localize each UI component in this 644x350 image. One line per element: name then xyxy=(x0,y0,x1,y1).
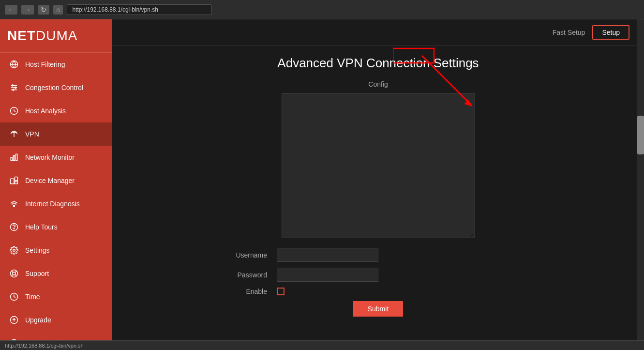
config-textarea[interactable] xyxy=(282,93,475,238)
forward-button[interactable]: → xyxy=(21,5,34,15)
sidebar-item-device-manager[interactable]: Device Manager xyxy=(0,169,112,192)
username-row: Username xyxy=(132,248,625,262)
username-label: Username xyxy=(209,251,277,259)
setup-button[interactable]: Setup xyxy=(592,25,629,40)
svg-rect-9 xyxy=(11,157,12,161)
sidebar-label-host-filtering: Host Filtering xyxy=(25,61,65,68)
globe-icon xyxy=(9,59,19,70)
sidebar-label-host-analysis: Host Analysis xyxy=(25,107,66,115)
svg-rect-10 xyxy=(14,155,15,161)
logo-net: NET xyxy=(7,28,36,43)
upgrade-icon xyxy=(9,315,19,325)
enable-row: Enable xyxy=(132,288,625,295)
page-title: Advanced VPN Connection Settings xyxy=(132,56,625,71)
sidebar-label-upgrade: Upgrade xyxy=(25,316,51,324)
sidebar-item-help[interactable]: Help xyxy=(0,332,112,340)
logo-duma: DUMA xyxy=(36,28,77,43)
sidebar-item-network-monitor[interactable]: Network Monitor xyxy=(0,146,112,169)
url-bar[interactable] xyxy=(67,4,212,15)
svg-line-24 xyxy=(12,274,13,276)
svg-line-21 xyxy=(12,271,13,273)
svg-point-15 xyxy=(14,205,15,207)
sliders-icon xyxy=(9,82,19,93)
fast-setup-link[interactable]: Fast Setup xyxy=(553,29,585,36)
svg-line-23 xyxy=(15,271,16,273)
sidebar-label-support: Support xyxy=(25,270,49,277)
chart-icon xyxy=(9,106,19,116)
logo: NETDUMA xyxy=(0,19,112,53)
password-input[interactable] xyxy=(277,268,378,282)
page-body: Advanced VPN Connection Settings Config … xyxy=(112,46,644,340)
sidebar-item-vpn[interactable]: VPN xyxy=(0,122,112,146)
enable-checkbox[interactable] xyxy=(277,288,285,295)
page-header: Fast Setup Setup xyxy=(112,19,644,46)
sidebar-item-support[interactable]: Support xyxy=(0,262,112,285)
sidebar-item-time[interactable]: Time xyxy=(0,285,112,308)
wifi-diag-icon xyxy=(9,198,19,209)
support-icon xyxy=(9,268,19,279)
sidebar-item-host-analysis[interactable]: Host Analysis xyxy=(0,99,112,122)
question-icon xyxy=(9,222,19,232)
reload-button[interactable]: ↻ xyxy=(38,5,49,15)
svg-point-7 xyxy=(13,89,14,91)
sidebar-item-upgrade[interactable]: Upgrade xyxy=(0,308,112,332)
username-input[interactable] xyxy=(277,248,378,262)
logo-text: NETDUMA xyxy=(7,28,105,44)
sidebar-label-congestion-control: Congestion Control xyxy=(25,84,83,91)
enable-label: Enable xyxy=(209,288,277,295)
password-row: Password xyxy=(132,268,625,282)
gear-icon xyxy=(9,245,19,256)
status-url: http://192.168.88.1/cgi-bin/vpn.sh xyxy=(5,343,84,349)
sidebar-item-congestion-control[interactable]: Congestion Control xyxy=(0,76,112,99)
svg-rect-11 xyxy=(16,154,17,161)
sidebar-item-help-tours[interactable]: Help Tours xyxy=(0,215,112,239)
submit-button[interactable]: Submit xyxy=(353,301,404,317)
svg-rect-14 xyxy=(15,182,18,184)
sidebar-label-time: Time xyxy=(25,293,40,301)
scrollbar-track[interactable] xyxy=(637,19,644,340)
sidebar-label-help-tours: Help Tours xyxy=(25,223,58,231)
browser-chrome: ← → ↻ ⌂ xyxy=(0,0,644,19)
svg-point-3 xyxy=(12,85,14,86)
svg-rect-12 xyxy=(11,179,15,184)
clock-icon xyxy=(9,291,19,302)
status-bar: http://192.168.88.1/cgi-bin/vpn.sh xyxy=(0,340,644,350)
svg-point-20 xyxy=(13,272,15,275)
svg-point-17 xyxy=(14,228,15,229)
svg-point-18 xyxy=(13,249,15,252)
sidebar-label-device-manager: Device Manager xyxy=(25,177,75,184)
sidebar-item-internet-diagnosis[interactable]: Internet Diagnosis xyxy=(0,192,112,215)
sidebar-label-internet-diagnosis: Internet Diagnosis xyxy=(25,200,80,208)
sidebar-item-host-filtering[interactable]: Host Filtering xyxy=(0,53,112,76)
scrollbar-thumb[interactable] xyxy=(637,116,644,154)
sidebar-label-vpn: VPN xyxy=(25,130,39,138)
main-container: NETDUMA Host Filtering xyxy=(0,19,644,340)
bar-chart-icon xyxy=(9,152,19,163)
vpn-icon xyxy=(9,129,19,139)
svg-rect-13 xyxy=(15,177,18,181)
back-button[interactable]: ← xyxy=(5,5,17,15)
sidebar: NETDUMA Host Filtering xyxy=(0,19,112,340)
page-content: Fast Setup Setup Advanced VPN Connection… xyxy=(112,19,644,340)
svg-line-22 xyxy=(15,274,16,276)
sidebar-label-network-monitor: Network Monitor xyxy=(25,153,75,161)
config-label: Config xyxy=(132,80,625,88)
password-label: Password xyxy=(209,271,277,279)
svg-point-5 xyxy=(15,87,16,89)
devices-icon xyxy=(9,175,19,186)
sidebar-label-settings: Settings xyxy=(25,246,50,254)
sidebar-item-settings[interactable]: Settings xyxy=(0,239,112,262)
home-button[interactable]: ⌂ xyxy=(53,5,63,15)
